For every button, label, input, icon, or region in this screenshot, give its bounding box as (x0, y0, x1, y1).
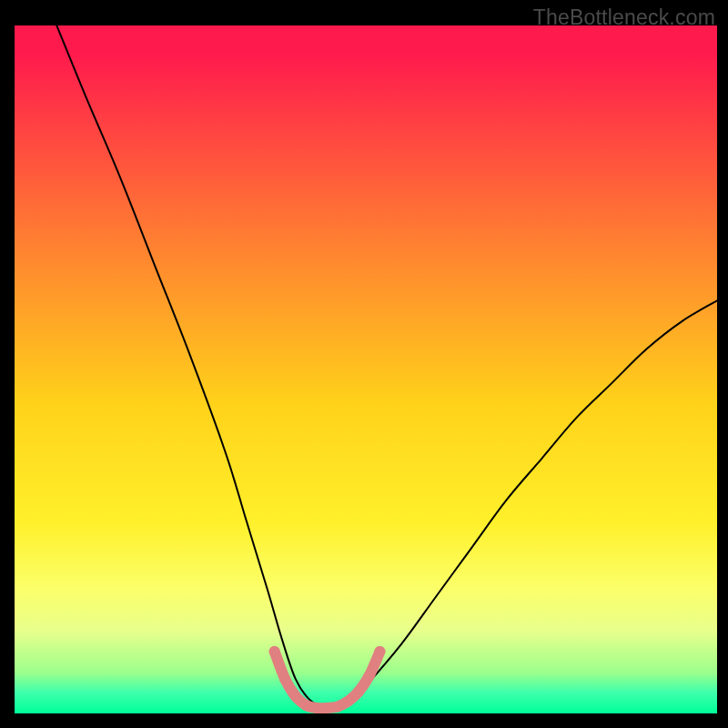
trough-highlight-dot (300, 700, 311, 711)
trough-highlight-dot (332, 701, 343, 712)
trough-highlight-dot (311, 703, 322, 713)
bottleneck-chart (0, 0, 728, 728)
trough-highlight-dot (269, 646, 280, 657)
trough-highlight-dot (279, 673, 290, 684)
watermark-text: TheBottleneck.com (533, 5, 715, 30)
trough-highlight-dot (322, 703, 333, 713)
trough-highlight-dot (343, 695, 354, 706)
trough-highlight-dot (290, 691, 301, 702)
trough-highlight-dot (374, 646, 385, 657)
trough-highlight-dot (364, 670, 375, 681)
plot-background-gradient (15, 25, 717, 713)
trough-highlight-dot (353, 686, 364, 697)
chart-stage: TheBottleneck.com (0, 0, 728, 728)
